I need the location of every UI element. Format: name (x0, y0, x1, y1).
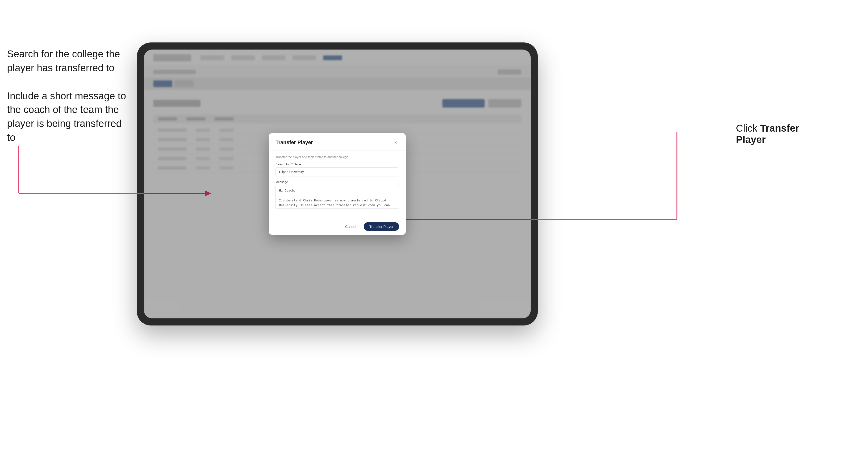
annotation-text-bottom: Include a short message to the coach of … (7, 89, 130, 145)
annotation-right-prefix: Click (736, 123, 760, 134)
tablet-frame: Transfer Player × Transfer the player an… (137, 42, 538, 325)
tablet-screen: Transfer Player × Transfer the player an… (144, 50, 531, 318)
cancel-button[interactable]: Cancel (341, 223, 360, 230)
transfer-player-button[interactable]: Transfer Player (364, 222, 399, 231)
modal-close-button[interactable]: × (392, 139, 399, 146)
transfer-player-modal: Transfer Player × Transfer the player an… (269, 133, 406, 235)
modal-title: Transfer Player (276, 139, 313, 146)
modal-footer: Cancel Transfer Player (269, 218, 406, 235)
annotation-right: Click Transfer Player (736, 123, 826, 145)
search-college-group: Search for College (276, 162, 399, 177)
annotation-left: Search for the college the player has tr… (7, 47, 130, 159)
modal-overlay: Transfer Player × Transfer the player an… (144, 50, 531, 318)
modal-subtitle: Transfer the player and their profile to… (276, 155, 399, 159)
modal-header: Transfer Player × (269, 133, 406, 151)
search-college-label: Search for College (276, 162, 399, 166)
annotation-text-top: Search for the college the player has tr… (7, 47, 130, 75)
modal-body: Transfer the player and their profile to… (269, 151, 406, 218)
search-college-input[interactable] (276, 167, 399, 177)
message-textarea[interactable]: Hi Coach, I understand Chris Robertson h… (276, 185, 399, 209)
message-label: Message (276, 180, 399, 184)
message-group: Message Hi Coach, I understand Chris Rob… (276, 180, 399, 210)
